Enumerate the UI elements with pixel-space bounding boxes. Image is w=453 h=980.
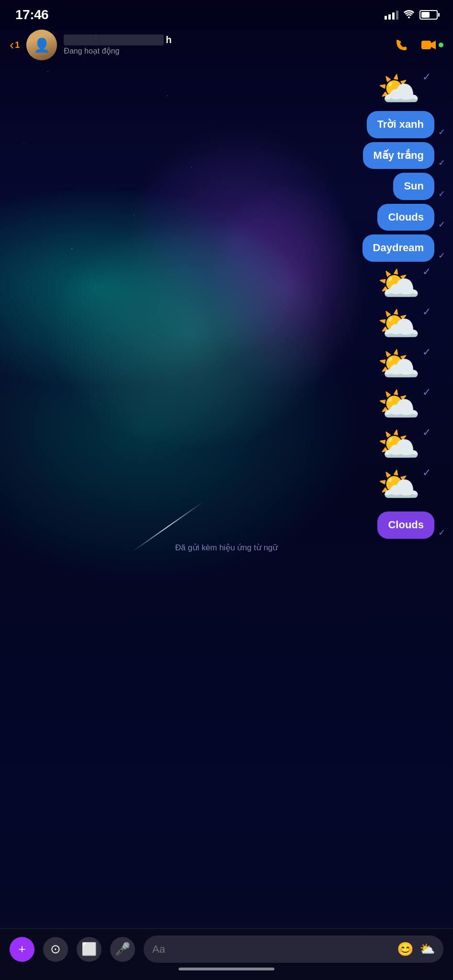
read-receipt: ✓ [422,267,431,300]
list-item: ⛅ ✓ [0,465,453,505]
camera-icon: ⊙ [50,942,61,957]
active-dot [439,43,443,47]
battery-icon [419,10,438,20]
contact-info: ██ ████ ███ ████h Đang hoạt động [64,34,388,56]
list-item: ⛅ ✓ [0,264,453,304]
status-icons [385,10,438,20]
svg-marker-2 [431,41,436,49]
contact-name: ██ ████ ███ ████h [64,34,388,45]
read-receipt: ✓ [438,250,445,261]
svg-point-0 [408,17,410,19]
list-item: Trời xanh ✓ [0,109,453,140]
list-item: ⛅ ✓ [0,304,453,344]
message-bubble: Clouds [377,204,434,231]
svg-rect-1 [421,41,431,49]
message-input[interactable] [152,943,391,956]
read-receipt: ✓ [438,527,445,538]
read-receipt: ✓ [438,189,445,199]
message-bubble: Sun [393,173,434,200]
read-receipt: ✓ [422,427,431,461]
avatar-image: 👤 [26,30,57,60]
read-receipt: ✓ [422,387,431,421]
read-receipt: ✓ [422,468,431,501]
read-receipt: ✓ [438,219,445,230]
list-item: Daydream ✓ [0,233,453,264]
list-item: ⛅ ✓ [0,69,453,109]
effect-notice: Đã gửi kèm hiệu ứng từ ngữ [0,541,453,557]
read-receipt: ✓ [438,157,445,168]
message-bubble: Trời xanh [367,111,434,138]
read-receipt: ✓ [422,347,431,380]
status-bar: 17:46 [0,0,453,26]
message-emoji: ⛅ [377,72,420,106]
back-chevron-icon: ‹ [10,37,14,53]
messages-container: ⛅ ✓ Trời xanh ✓ Mấy trắng ✓ Sun ✓ Clouds… [0,64,453,619]
chat-header: ‹ 1 👤 ██ ████ ███ ████h Đang hoạt động [0,26,453,64]
message-emoji: ⛅ [377,427,420,462]
list-item: Sun ✓ [0,171,453,202]
back-button[interactable]: ‹ 1 [10,37,20,53]
message-emoji: ⛅ [377,468,420,502]
plus-button[interactable]: + [10,937,34,962]
signal-icon [385,10,398,20]
list-item: ⛅ ✓ [0,344,453,384]
contact-status: Đang hoạt động [64,46,388,56]
input-row: + ⊙ ⬜ 🎤 😊 ⛅ [10,935,443,963]
list-item: Mấy trắng ✓ [0,140,453,171]
list-item: Clouds ✓ [0,202,453,233]
input-bar: + ⊙ ⬜ 🎤 😊 ⛅ [0,928,453,980]
home-indicator [179,968,274,970]
video-button[interactable] [420,38,443,52]
list-item: Clouds ✓ [0,510,453,541]
message-input-wrap[interactable]: 😊 ⛅ [144,935,443,963]
call-button[interactable] [395,38,409,52]
status-time: 17:46 [15,7,48,22]
header-actions [395,38,443,52]
emoji-button[interactable]: 😊 [397,941,414,957]
list-item: ⛅ ✓ [0,384,453,424]
weather-emoji-button[interactable]: ⛅ [419,942,435,957]
back-badge: 1 [15,40,20,50]
message-bubble: Mấy trắng [363,142,434,169]
read-receipt: ✓ [422,72,431,105]
message-emoji: ⛅ [377,307,420,341]
message-bubble: Daydream [362,234,434,262]
photo-button[interactable]: ⬜ [77,937,102,962]
message-emoji: ⛅ [377,347,420,381]
photo-icon: ⬜ [81,942,97,957]
wifi-icon [403,10,415,20]
camera-button[interactable]: ⊙ [43,937,68,962]
read-receipt: ✓ [438,127,445,137]
message-emoji: ⛅ [377,267,420,301]
list-item: ⛅ ✓ [0,424,453,465]
message-emoji: ⛅ [377,387,420,422]
mic-button[interactable]: 🎤 [110,937,135,962]
message-bubble-purple: Clouds [377,512,434,539]
read-receipt: ✓ [422,307,431,340]
mic-icon: 🎤 [115,942,130,957]
avatar[interactable]: 👤 [26,30,57,60]
